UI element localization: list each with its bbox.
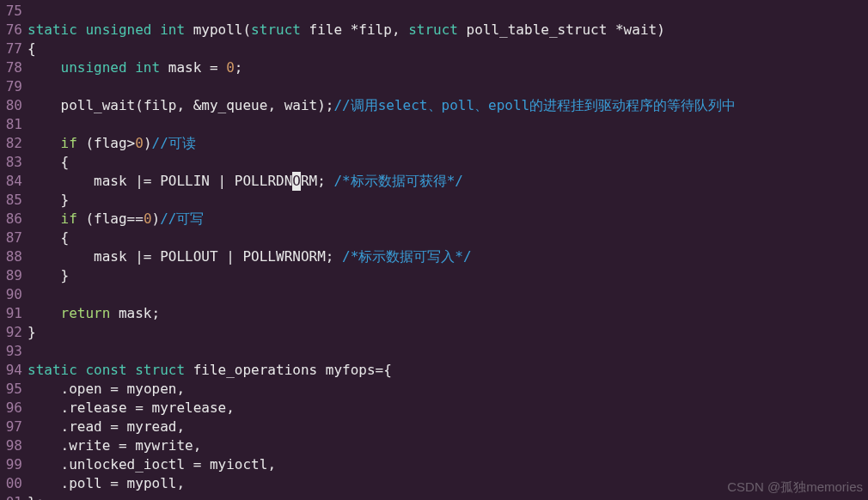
line-number: 95 (0, 380, 28, 399)
code-token: . (28, 475, 69, 491)
code-line[interactable]: 83 { (0, 153, 868, 172)
code-token: ; (326, 248, 342, 265)
code-token: myrelease (152, 399, 227, 416)
code-line[interactable]: 82 if (flag>0)//可读 (0, 134, 868, 153)
code-token: }; (28, 494, 44, 500)
code-editor[interactable]: 7576static unsigned int mypoll(struct fi… (0, 0, 868, 500)
code-token: ); (317, 97, 333, 113)
code-token: |= (135, 173, 160, 189)
code-token (28, 248, 94, 265)
code-token: mask (94, 248, 135, 265)
code-line[interactable]: 78 unsigned int mask = 0; (0, 58, 868, 77)
code-content[interactable]: mask |= POLLIN | POLLRDNORM; /*标示数据可获得*/ (28, 172, 868, 191)
code-line[interactable]: 81 (0, 115, 868, 134)
code-token: mask (94, 173, 135, 189)
code-content[interactable] (28, 77, 868, 96)
code-token: POLLWRNORM (242, 248, 325, 265)
code-token: unsigned (85, 21, 160, 38)
code-content[interactable]: static const struct file_operations myfo… (28, 361, 868, 380)
code-content[interactable]: return mask; (28, 304, 868, 323)
code-line[interactable]: 98 .write = mywrite, (0, 436, 868, 455)
code-line[interactable]: 96 .release = myrelease, (0, 399, 868, 418)
code-line[interactable]: 91 return mask; (0, 304, 868, 323)
code-token: ={ (376, 362, 392, 378)
code-content[interactable]: { (28, 153, 868, 172)
code-token: filp (358, 21, 392, 38)
code-line[interactable]: 76static unsigned int mypoll(struct file… (0, 21, 868, 40)
code-token: file_operations (193, 362, 326, 378)
code-token: myopen (127, 381, 177, 397)
code-token: open (69, 381, 110, 397)
code-content[interactable]: { (28, 40, 868, 58)
code-content[interactable]: .open = myopen, (28, 380, 868, 399)
code-token: flag (94, 210, 127, 227)
code-line[interactable]: 90 (0, 285, 868, 304)
text-cursor: O (292, 172, 301, 191)
code-content[interactable] (28, 2, 868, 21)
code-line[interactable]: 77{ (0, 40, 868, 58)
code-content[interactable]: { (28, 229, 868, 247)
code-token: poll (69, 475, 110, 491)
code-token: , (176, 381, 185, 397)
code-line[interactable]: 97 .read = myread, (0, 418, 868, 436)
code-content[interactable]: .unlocked_ioctl = myioctl, (28, 455, 868, 474)
code-content[interactable] (28, 115, 868, 134)
code-token: int (160, 21, 193, 38)
line-number: 94 (0, 361, 28, 380)
code-line[interactable]: 92} (0, 323, 868, 342)
code-token: | (226, 248, 242, 265)
code-line[interactable]: 99 .unlocked_ioctl = myioctl, (0, 455, 868, 474)
code-line[interactable]: 75 (0, 2, 868, 21)
line-number: 84 (0, 172, 28, 191)
code-line[interactable]: 80 poll_wait(filp, &my_queue, wait);//调用… (0, 96, 868, 115)
code-token: struct (251, 21, 301, 38)
line-number: 82 (0, 134, 28, 153)
code-content[interactable]: poll_wait(filp, &my_queue, wait);//调用sel… (28, 96, 868, 115)
code-line[interactable]: 88 mask |= POLLOUT | POLLWRNORM; /*标示数据可… (0, 247, 868, 266)
code-content[interactable]: unsigned int mask = 0; (28, 58, 868, 77)
code-token: ) (152, 210, 161, 227)
code-token: wait (284, 97, 318, 113)
line-number: 87 (0, 229, 28, 247)
code-line[interactable]: 79 (0, 77, 868, 96)
code-content[interactable]: if (flag==0)//可写 (28, 210, 868, 229)
code-token: filp (144, 97, 177, 113)
code-content[interactable]: } (28, 266, 868, 285)
code-token: POLLIN (160, 173, 217, 189)
code-line[interactable]: 95 .open = myopen, (0, 380, 868, 399)
code-content[interactable]: .release = myrelease, (28, 399, 868, 418)
code-content[interactable]: } (28, 191, 868, 210)
code-token (28, 97, 61, 113)
code-token: static (28, 362, 85, 378)
code-token: . (28, 399, 69, 416)
code-line[interactable]: 84 mask |= POLLIN | POLLRDNORM; /*标示数据可获… (0, 172, 868, 191)
code-token: int (135, 59, 168, 76)
code-content[interactable]: static unsigned int mypoll(struct file *… (28, 21, 868, 40)
code-content[interactable]: if (flag>0)//可读 (28, 134, 868, 153)
code-token (28, 135, 61, 151)
code-line[interactable]: 89 } (0, 266, 868, 285)
code-line[interactable]: 93 (0, 342, 868, 361)
code-token: . (28, 418, 69, 435)
code-content[interactable]: .read = myread, (28, 418, 868, 436)
code-token: , & (176, 97, 201, 113)
code-token: > (127, 135, 136, 151)
code-token: , (267, 97, 284, 113)
code-token: //调用select、poll、epoll的进程挂到驱动程序的等待队列中 (333, 97, 736, 113)
code-line[interactable]: 86 if (flag==0)//可写 (0, 210, 868, 229)
code-line[interactable]: 87 { (0, 229, 868, 247)
code-content[interactable] (28, 342, 868, 361)
code-content[interactable]: } (28, 323, 868, 342)
code-token: release (69, 399, 135, 416)
code-token: myread (127, 418, 177, 435)
code-line[interactable]: 85 } (0, 191, 868, 210)
code-token: mask (119, 305, 152, 321)
code-token: 0 (226, 59, 235, 76)
code-token: } (28, 324, 36, 340)
code-token: { (28, 229, 69, 246)
code-token: /*标示数据可写入*/ (342, 248, 472, 265)
code-content[interactable] (28, 285, 868, 304)
code-content[interactable]: .write = mywrite, (28, 436, 868, 455)
code-content[interactable]: mask |= POLLOUT | POLLWRNORM; /*标示数据可写入*… (28, 247, 868, 266)
code-line[interactable]: 94static const struct file_operations my… (0, 361, 868, 380)
